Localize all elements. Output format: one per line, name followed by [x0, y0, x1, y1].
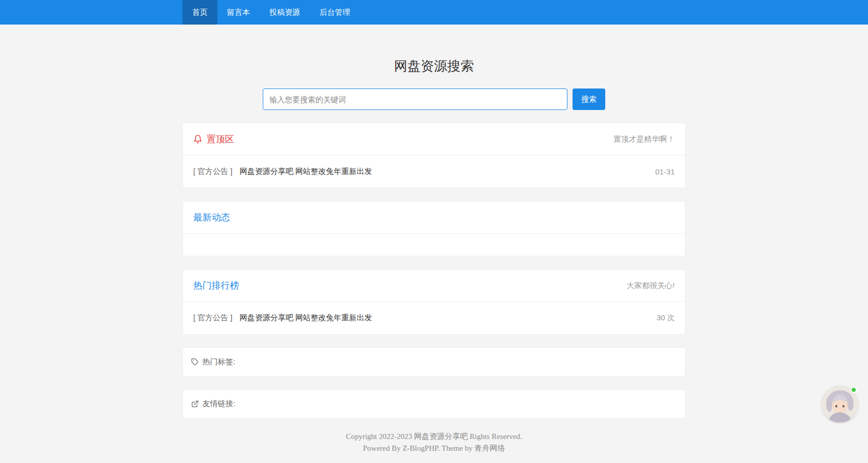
top-navigation: 首页 留言本 投稿资源 后台管理: [0, 0, 868, 25]
post-title-link[interactable]: 网盘资源分享吧 网站整改兔年重新出发: [240, 167, 372, 177]
nav-item-submit[interactable]: 投稿资源: [260, 0, 310, 25]
nav-menu: 首页 留言本 投稿资源 后台管理: [182, 0, 686, 25]
latest-section-title: 最新动态: [193, 211, 230, 224]
hot-ranking-section: 热门排行榜 大家都很关心! [ 官方公告 ] 网盘资源分享吧 网站整改兔年重新出…: [182, 269, 686, 335]
hot-post-row: [ 官方公告 ] 网盘资源分享吧 网站整改兔年重新出发 30 次: [183, 301, 685, 334]
hot-tags-section: 热门标签:: [182, 347, 686, 377]
pinned-section-title: 置顶区: [207, 133, 234, 145]
hot-ranking-subtitle: 大家都很关心!: [627, 281, 675, 291]
post-category-link[interactable]: [ 官方公告 ]: [193, 313, 233, 323]
latest-section-header: 最新动态: [183, 202, 685, 233]
nav-item-admin[interactable]: 后台管理: [310, 0, 360, 25]
main-content: 网盘资源搜索 搜索 置顶区 置顶才是精华啊！ [ 官方公告 ] 网盘资源分享吧 …: [182, 57, 686, 454]
bell-icon: [193, 135, 202, 144]
page-title: 网盘资源搜索: [182, 57, 686, 75]
hot-tags-label: 热门标签:: [202, 357, 235, 367]
copyright-line: Copyright 2022-2023 网盘资源分享吧 Rights Reser…: [182, 431, 686, 443]
latest-section: 最新动态: [182, 201, 686, 256]
page-footer: Copyright 2022-2023 网盘资源分享吧 Rights Reser…: [182, 431, 686, 454]
pinned-post-row: [ 官方公告 ] 网盘资源分享吧 网站整改兔年重新出发 01-31: [183, 155, 685, 188]
tag-icon: [191, 358, 199, 366]
floating-avatar[interactable]: [821, 386, 858, 423]
pinned-section-header: 置顶区 置顶才是精华啊！: [183, 123, 685, 155]
nav-item-guestbook[interactable]: 留言本: [217, 0, 260, 25]
post-title-link[interactable]: 网盘资源分享吧 网站整改兔年重新出发: [240, 313, 372, 323]
post-view-count: 30 次: [656, 313, 675, 323]
powered-by-line: Powered By Z-BlogPHP. Theme by 青舟网络: [182, 443, 686, 454]
latest-empty-row: [183, 233, 685, 256]
friend-links-section: 友情链接:: [182, 389, 686, 418]
post-date: 01-31: [655, 167, 675, 176]
online-status-dot: [851, 387, 857, 393]
pinned-section: 置顶区 置顶才是精华啊！ [ 官方公告 ] 网盘资源分享吧 网站整改兔年重新出发…: [182, 123, 686, 188]
search-bar: 搜索: [182, 89, 686, 110]
hot-ranking-header: 热门排行榜 大家都很关心!: [183, 270, 685, 301]
friend-links-label: 友情链接:: [202, 399, 235, 409]
search-input[interactable]: [263, 89, 567, 110]
nav-item-home[interactable]: 首页: [182, 0, 217, 25]
post-category-link[interactable]: [ 官方公告 ]: [193, 167, 233, 177]
search-button[interactable]: 搜索: [573, 89, 605, 110]
hot-ranking-title: 热门排行榜: [193, 279, 239, 292]
pinned-section-subtitle: 置顶才是精华啊！: [613, 135, 675, 144]
external-link-icon: [191, 400, 199, 408]
